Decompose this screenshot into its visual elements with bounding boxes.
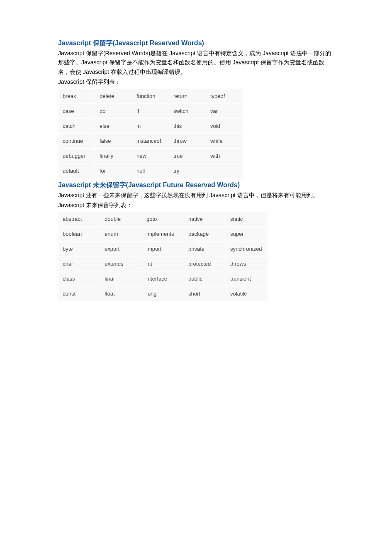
cell: static (226, 212, 268, 227)
cell: true (169, 148, 206, 163)
cell: break (58, 88, 95, 103)
cell: default (58, 163, 95, 178)
table-row: casedoifswitchvar (58, 103, 243, 118)
cell: transient (226, 271, 268, 286)
section1-paragraph2: Javascript 保留字列表： (58, 77, 334, 86)
cell: return (169, 88, 206, 103)
cell: typeof (206, 88, 243, 103)
cell: null (132, 163, 169, 178)
cell: char (58, 257, 100, 271)
cell: private (184, 242, 226, 257)
section2-paragraph2: Javascript 未来保留字列表： (58, 200, 334, 210)
cell: try (169, 163, 206, 178)
cell: debugger (58, 148, 95, 163)
cell: volatile (226, 286, 268, 301)
cell: implements (142, 227, 184, 242)
cell: void (206, 118, 243, 133)
cell: byte (58, 242, 100, 257)
table-row: continuefalseinstanceofthrowwhile (58, 133, 243, 148)
cell: do (95, 103, 132, 118)
cell: else (95, 118, 132, 133)
cell: boolean (58, 227, 100, 242)
cell: super (226, 227, 268, 242)
cell: while (206, 133, 243, 148)
table-row: booleanenumimplementspackagesuper (58, 227, 268, 242)
cell: continue (58, 133, 95, 148)
cell: package (184, 227, 226, 242)
table-row: debuggerfinallynewtruewith (58, 148, 243, 163)
cell: catch (58, 118, 95, 133)
cell: delete (95, 88, 132, 103)
cell: extends (100, 257, 142, 271)
table-row: classfinalinterfacepublictransient (58, 271, 268, 286)
section2-heading: Javascript 未来保留字(Javascript Future Reser… (58, 181, 334, 190)
cell: in (132, 118, 169, 133)
cell: short (184, 286, 226, 301)
cell: int (142, 257, 184, 271)
cell: abstract (58, 212, 100, 227)
reserved-words-table: breakdeletefunctionreturntypeof casedoif… (58, 88, 243, 178)
cell: protected (184, 257, 226, 271)
section1-heading: Javascript 保留字(Javascript Reserved Words… (58, 39, 334, 48)
cell: double (100, 212, 142, 227)
cell: float (100, 286, 142, 301)
cell: new (132, 148, 169, 163)
table-row: defaultfornulltry (58, 163, 243, 178)
cell: goto (142, 212, 184, 227)
cell: enum (100, 227, 142, 242)
cell: switch (169, 103, 206, 118)
cell: finally (95, 148, 132, 163)
table-row: byteexportimportprivatesynchronized (58, 242, 268, 257)
cell: throw (169, 133, 206, 148)
cell: native (184, 212, 226, 227)
future-reserved-words-table: abstractdoublegotonativestatic booleanen… (58, 211, 268, 301)
table-row: catchelseinthisvoid (58, 118, 243, 133)
cell: with (206, 148, 243, 163)
cell: function (132, 88, 169, 103)
cell: long (142, 286, 184, 301)
cell: synchronized (226, 242, 268, 257)
section1-paragraph1: Javascript 保留字(Reserved Words)是指在 Javasc… (58, 49, 334, 76)
cell: if (132, 103, 169, 118)
cell: export (100, 242, 142, 257)
cell: interface (142, 271, 184, 286)
table-row: charextendsintprotectedthrows (58, 257, 268, 271)
cell: public (184, 271, 226, 286)
cell: final (100, 271, 142, 286)
table-row: abstractdoublegotonativestatic (58, 212, 268, 227)
cell: for (95, 163, 132, 178)
cell: const (58, 286, 100, 301)
cell (206, 163, 243, 178)
cell: instanceof (132, 133, 169, 148)
cell: class (58, 271, 100, 286)
cell: throws (226, 257, 268, 271)
table-row: constfloatlongshortvolatile (58, 286, 268, 301)
cell: case (58, 103, 95, 118)
table-row: breakdeletefunctionreturntypeof (58, 88, 243, 103)
cell: this (169, 118, 206, 133)
cell: false (95, 133, 132, 148)
cell: import (142, 242, 184, 257)
cell: var (206, 103, 243, 118)
section2-paragraph1: Javascript 还有一些未来保留字，这些字虽然现在没有用到 Javascr… (58, 191, 334, 200)
